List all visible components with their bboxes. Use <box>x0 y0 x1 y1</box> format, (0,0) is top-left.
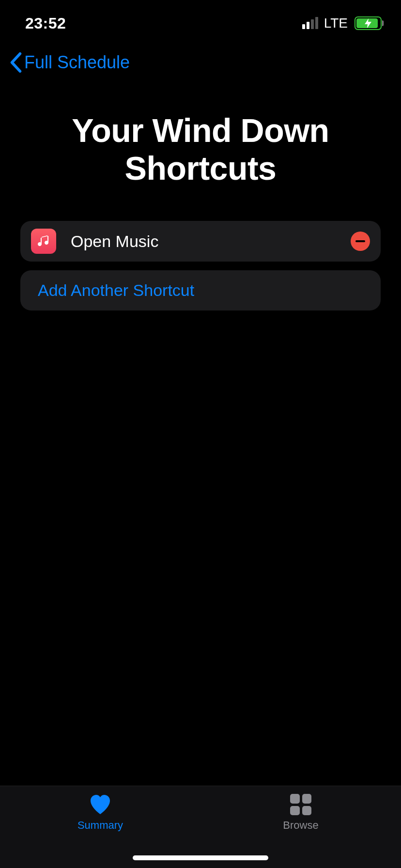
battery-charging-icon <box>355 16 382 30</box>
tab-summary-label: Summary <box>77 819 123 832</box>
add-shortcut-label: Add Another Shortcut <box>38 281 194 299</box>
home-indicator[interactable] <box>133 855 268 860</box>
tab-browse-label: Browse <box>283 819 318 832</box>
chevron-left-icon <box>10 52 22 73</box>
nav-bar: Full Schedule <box>0 43 401 73</box>
minus-icon <box>355 240 365 242</box>
page-title: Your Wind Down Shortcuts <box>20 111 381 187</box>
network-type: LTE <box>324 16 348 31</box>
grid-icon <box>290 793 311 816</box>
main-content: Your Wind Down Shortcuts Open Music Add … <box>0 73 401 786</box>
back-button[interactable]: Full Schedule <box>10 52 130 73</box>
shortcut-label: Open Music <box>71 232 351 251</box>
add-another-shortcut-button[interactable]: Add Another Shortcut <box>20 270 381 310</box>
music-app-icon <box>31 229 56 254</box>
status-indicators: LTE <box>302 16 382 31</box>
status-bar: 23:52 LTE <box>0 0 401 43</box>
shortcut-row-open-music[interactable]: Open Music <box>20 221 381 262</box>
signal-icon <box>302 17 318 29</box>
status-time: 23:52 <box>25 15 66 32</box>
remove-shortcut-button[interactable] <box>351 232 370 251</box>
back-label: Full Schedule <box>24 52 130 73</box>
heart-icon <box>89 793 112 816</box>
